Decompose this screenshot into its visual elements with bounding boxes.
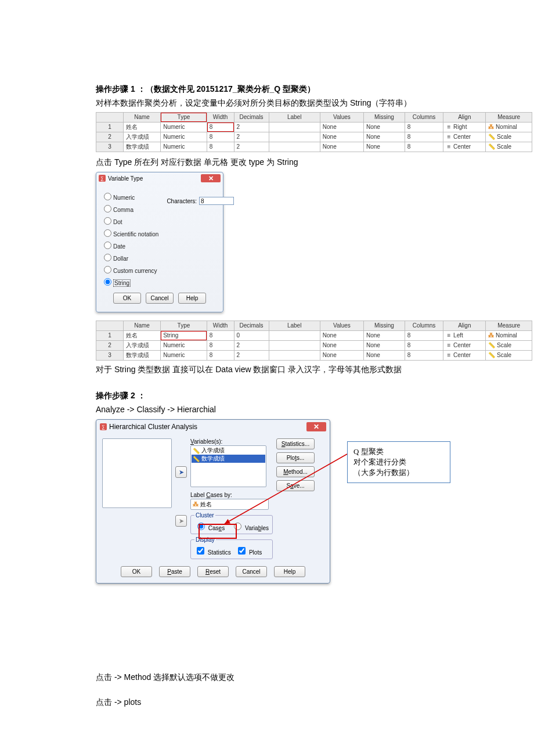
cell-decimals[interactable]: 2 [234, 122, 269, 132]
cell-decimals[interactable]: 0 [234, 331, 269, 341]
close-icon[interactable]: ✕ [201, 174, 221, 182]
cell-measure[interactable]: 📏 Scale [486, 142, 532, 152]
cell-columns[interactable]: 8 [405, 142, 443, 152]
cell-label[interactable] [269, 351, 320, 361]
cell-width[interactable]: 8 [207, 122, 234, 132]
cell-columns[interactable]: 8 [405, 331, 443, 341]
cell-type[interactable]: String [161, 331, 207, 341]
radio-dollar[interactable]: Dollar [101, 251, 158, 262]
header-type[interactable]: Type [161, 321, 207, 331]
row-number[interactable]: 2 [96, 341, 124, 351]
radio-custom-currency[interactable]: Custom currency [101, 264, 158, 274]
cell-measure[interactable]: ⁂ Nominal [486, 122, 532, 132]
selected-variable-list[interactable]: 📏入学成绩 📏数学成绩 [190, 445, 266, 487]
row-number[interactable]: 1 [96, 122, 124, 132]
header-type[interactable]: Type [161, 112, 207, 122]
cell-name[interactable]: 入学成绩 [123, 132, 160, 142]
header-columns[interactable]: Columns [405, 112, 443, 122]
header-label[interactable]: Label [269, 112, 320, 122]
header-measure[interactable]: Measure [486, 321, 532, 331]
header-decimals[interactable]: Decimals [234, 112, 269, 122]
row-number[interactable]: 1 [96, 331, 124, 341]
cell-type[interactable]: Numeric [161, 132, 207, 142]
cell-decimals[interactable]: 2 [234, 351, 269, 361]
radio-dot[interactable]: Dot [101, 215, 158, 225]
plots-button[interactable]: Plots... [276, 452, 315, 463]
cell-align[interactable]: ≡ Right [443, 122, 486, 132]
header-missing[interactable]: Missing [364, 112, 405, 122]
row-number[interactable]: 3 [96, 351, 124, 361]
cell-width[interactable]: 8 [207, 341, 234, 351]
cell-values[interactable]: None [320, 351, 363, 361]
cell-width[interactable]: 8 [207, 132, 234, 142]
header-label[interactable]: Label [269, 321, 320, 331]
ok-button[interactable]: OK [121, 566, 152, 577]
close-icon[interactable]: ✕ [306, 422, 326, 431]
cell-values[interactable]: None [320, 132, 363, 142]
cell-name[interactable]: 数学成绩 [123, 351, 160, 361]
statistics-button[interactable]: Statistics... [276, 438, 315, 449]
radio-date[interactable]: Date [101, 239, 158, 250]
cell-columns[interactable]: 8 [405, 351, 443, 361]
cell-missing[interactable]: None [364, 331, 405, 341]
cell-decimals[interactable]: 2 [234, 132, 269, 142]
cell-label[interactable] [269, 341, 320, 351]
header-width[interactable]: Width [207, 112, 234, 122]
save-button[interactable]: Save... [276, 480, 315, 491]
cell-align[interactable]: ≡ Center [443, 142, 486, 152]
cell-label[interactable] [269, 142, 320, 152]
help-button[interactable]: Help [178, 293, 206, 304]
cell-align[interactable]: ≡ Center [443, 132, 486, 142]
cell-decimals[interactable]: 2 [234, 142, 269, 152]
cell-type[interactable]: Numeric [161, 341, 207, 351]
cell-width[interactable]: 8 [207, 331, 234, 341]
move-label-button[interactable]: ➤ [175, 515, 187, 527]
method-button[interactable]: Method... [276, 466, 315, 477]
header-measure[interactable]: Measure [486, 112, 532, 122]
cell-name[interactable]: 姓名 [123, 122, 160, 132]
cell-label[interactable] [269, 331, 320, 341]
cell-missing[interactable]: None [364, 132, 405, 142]
header-decimals[interactable]: Decimals [234, 321, 269, 331]
check-statistics[interactable]: Statistics [194, 549, 231, 556]
radio-variables[interactable]: Variables [231, 525, 269, 531]
radio-numeric[interactable]: Numeric [101, 190, 158, 201]
ok-button[interactable]: OK [113, 293, 141, 304]
header-columns[interactable]: Columns [405, 321, 443, 331]
cell-missing[interactable]: None [364, 122, 405, 132]
cell-name[interactable]: 姓名 [123, 331, 160, 341]
cell-width[interactable]: 8 [207, 142, 234, 152]
source-variable-list[interactable] [102, 438, 172, 508]
cell-values[interactable]: None [320, 122, 363, 132]
cell-decimals[interactable]: 2 [234, 341, 269, 351]
radio-cases[interactable]: Cases [194, 525, 225, 531]
header-missing[interactable]: Missing [364, 321, 405, 331]
cell-measure[interactable]: 📏 Scale [486, 351, 532, 361]
help-button[interactable]: Help [274, 566, 305, 577]
cell-values[interactable]: None [320, 142, 363, 152]
cell-columns[interactable]: 8 [405, 341, 443, 351]
cell-values[interactable]: None [320, 341, 363, 351]
cell-label[interactable] [269, 122, 320, 132]
cell-type[interactable]: Numeric [161, 122, 207, 132]
cell-align[interactable]: ≡ Center [443, 351, 486, 361]
cell-missing[interactable]: None [364, 351, 405, 361]
check-plots[interactable]: Plots [236, 549, 262, 556]
radio-comma[interactable]: Comma [101, 203, 158, 213]
cell-width[interactable]: 8 [207, 351, 234, 361]
paste-button[interactable]: Paste [159, 566, 190, 577]
characters-input[interactable] [199, 197, 234, 205]
cell-label[interactable] [269, 132, 320, 142]
reset-button[interactable]: Reset [197, 566, 229, 577]
header-values[interactable]: Values [320, 112, 363, 122]
cell-missing[interactable]: None [364, 341, 405, 351]
cancel-button[interactable]: Cancel [146, 293, 174, 304]
cancel-button[interactable]: Cancel [236, 566, 267, 577]
cell-type[interactable]: Numeric [161, 351, 207, 361]
move-variable-button[interactable]: ➤ [175, 466, 187, 478]
row-number[interactable]: 2 [96, 132, 124, 142]
cell-measure[interactable]: ⁂ Nominal [486, 331, 532, 341]
cell-name[interactable]: 数学成绩 [123, 142, 160, 152]
header-name[interactable]: Name [123, 112, 160, 122]
cell-align[interactable]: ≡ Center [443, 341, 486, 351]
